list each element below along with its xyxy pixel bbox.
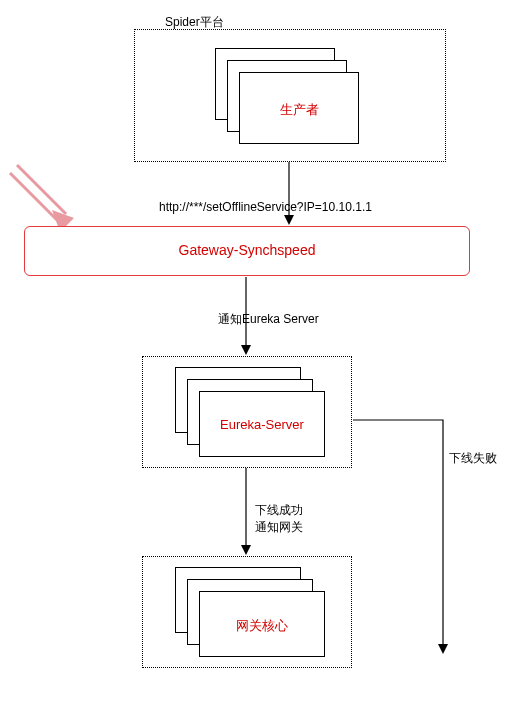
svg-line-0 bbox=[17, 165, 66, 214]
gateway-synchspeed-label: Gateway-Synchspeed bbox=[25, 242, 469, 258]
gateway-core-label: 网关核心 bbox=[200, 617, 324, 635]
svg-line-1 bbox=[10, 173, 59, 222]
offline-success-line1: 下线成功 bbox=[255, 502, 303, 519]
producer-label: 生产者 bbox=[240, 101, 358, 119]
gateway-synchspeed-box: Gateway-Synchspeed bbox=[24, 226, 470, 276]
offline-fail-label: 下线失败 bbox=[449, 450, 497, 467]
svg-marker-4 bbox=[284, 215, 294, 225]
arrow-eureka-to-core bbox=[241, 468, 251, 555]
callout-arrow bbox=[10, 165, 74, 232]
svg-marker-8 bbox=[241, 545, 251, 555]
eureka-stack: Eureka-Server bbox=[175, 367, 335, 459]
gateway-core-container: 网关核心 bbox=[142, 556, 352, 668]
offline-success-line2: 通知网关 bbox=[255, 519, 303, 536]
http-call-label: http://***/setOfflineService?IP=10.10.1.… bbox=[159, 200, 372, 214]
eureka-container: Eureka-Server bbox=[142, 356, 352, 468]
producer-stack: 生产者 bbox=[215, 48, 365, 146]
notify-eureka-label: 通知Eureka Server bbox=[218, 311, 319, 328]
gateway-core-stack: 网关核心 bbox=[175, 567, 335, 659]
arrow-eureka-fail bbox=[353, 420, 448, 654]
svg-marker-6 bbox=[241, 345, 251, 355]
arrow-spider-to-gateway bbox=[284, 162, 294, 225]
eureka-label: Eureka-Server bbox=[200, 417, 324, 432]
svg-marker-9 bbox=[438, 644, 448, 654]
spider-container: 生产者 bbox=[134, 29, 446, 162]
